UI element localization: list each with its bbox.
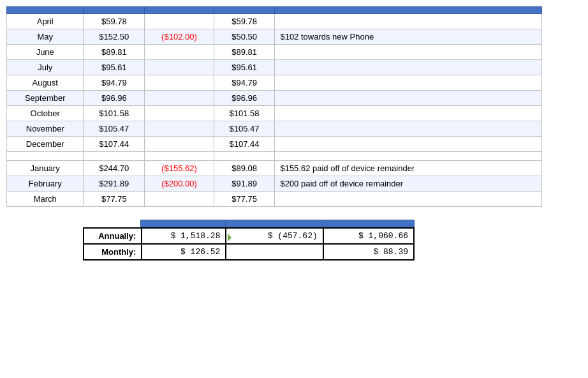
cell-adjustment xyxy=(145,192,214,207)
cell-cost: $89.81 xyxy=(214,45,275,60)
cell-cost: $77.75 xyxy=(214,192,275,207)
cell-month: July xyxy=(7,60,84,75)
cell-cost: $91.89 xyxy=(214,176,275,192)
cell-adjustment: ($102.00) xyxy=(145,29,214,45)
green-triangle-icon xyxy=(228,234,232,241)
table-row: March$77.75$77.75 xyxy=(7,192,542,207)
table-row: February$291.89($200.00)$91.89$200 paid … xyxy=(7,176,542,192)
cell-month: June xyxy=(7,45,84,60)
cell-month: January xyxy=(7,161,84,176)
cell-bill: $244.70 xyxy=(84,161,145,176)
cell-notes xyxy=(275,60,542,75)
table-row: July$95.61$95.61 xyxy=(7,60,542,75)
cell-bill: $89.81 xyxy=(84,45,145,60)
cell-notes: $200 paid off of device remainder xyxy=(275,176,542,192)
table-row: June$89.81$89.81 xyxy=(7,45,542,60)
cell-month: August xyxy=(7,75,84,91)
cell-cost: $94.79 xyxy=(214,75,275,91)
cell-month: April xyxy=(7,14,84,29)
summary-bill: $ 126.52 xyxy=(142,244,226,260)
cell-bill: $291.89 xyxy=(84,176,145,192)
table-row: November$105.47$105.47 xyxy=(7,121,542,137)
cell-notes xyxy=(275,14,542,29)
table-row: January$244.70($155.62)$89.08$155.62 pai… xyxy=(7,161,542,176)
summary-col-cost xyxy=(323,220,414,227)
cell-month: October xyxy=(7,106,84,121)
cell-month: September xyxy=(7,91,84,106)
cell-notes xyxy=(275,121,542,137)
cell-cost: $59.78 xyxy=(214,14,275,29)
cell-bill: $77.75 xyxy=(84,192,145,207)
cell-bill: $96.96 xyxy=(84,91,145,106)
table-row: April$59.78$59.78 xyxy=(7,14,542,29)
cell-notes xyxy=(275,75,542,91)
cell-bill: $94.79 xyxy=(84,75,145,91)
cell-adjustment: ($155.62) xyxy=(145,161,214,176)
table-row: October$101.58$101.58 xyxy=(7,106,542,121)
col-header-month xyxy=(7,7,84,14)
cell-month: December xyxy=(7,137,84,152)
summary-adjustment xyxy=(226,244,323,260)
cell-notes: $102 towards new Phone xyxy=(275,29,542,45)
summary-cost: $ 1,060.66 xyxy=(323,228,414,244)
summary-header-table xyxy=(140,220,415,227)
main-table: April$59.78$59.78May$152.50($102.00)$50.… xyxy=(6,6,542,207)
cell-adjustment: ($200.00) xyxy=(145,176,214,192)
col-header-adjustment xyxy=(145,7,214,14)
table-row: December$107.44$107.44 xyxy=(7,137,542,152)
cell-notes xyxy=(275,45,542,60)
summary-row: Monthly:$ 126.52$ 88.39 xyxy=(84,244,414,260)
cell-month: February xyxy=(7,176,84,192)
cell-bill: $105.47 xyxy=(84,121,145,137)
cell-bill: $107.44 xyxy=(84,137,145,152)
cell-adjustment xyxy=(145,91,214,106)
summary-adjustment: $ (457.62) xyxy=(226,228,323,244)
table-row: August$94.79$94.79 xyxy=(7,75,542,91)
cell-month: May xyxy=(7,29,84,45)
cell-adjustment xyxy=(145,106,214,121)
cell-cost: $105.47 xyxy=(214,121,275,137)
cell-bill: $101.58 xyxy=(84,106,145,121)
cell-adjustment xyxy=(145,121,214,137)
cell-cost: $50.50 xyxy=(214,29,275,45)
summary-row: Annually:$ 1,518.28$ (457.62)$ 1,060.66 xyxy=(84,228,414,244)
cell-adjustment xyxy=(145,60,214,75)
cell-cost: $107.44 xyxy=(214,137,275,152)
cell-cost: $101.58 xyxy=(214,106,275,121)
summary-col-adjustment xyxy=(225,220,323,227)
cell-month: March xyxy=(7,192,84,207)
summary-label: Annually: xyxy=(84,228,142,244)
spacer-row xyxy=(7,152,542,161)
cell-bill: $59.78 xyxy=(84,14,145,29)
col-header-adjsuted-cost xyxy=(214,7,275,14)
cell-month: November xyxy=(7,121,84,137)
cell-notes xyxy=(275,91,542,106)
cell-cost: $95.61 xyxy=(214,60,275,75)
summary-cost: $ 88.39 xyxy=(323,244,414,260)
col-header-notes xyxy=(275,7,542,14)
summary-bill: $ 1,518.28 xyxy=(142,228,226,244)
cell-bill: $152.50 xyxy=(84,29,145,45)
cell-notes: $155.62 paid off of device remainder xyxy=(275,161,542,176)
summary-data-table: Annually:$ 1,518.28$ (457.62)$ 1,060.66M… xyxy=(83,227,415,261)
cell-notes xyxy=(275,192,542,207)
table-row: May$152.50($102.00)$50.50$102 towards ne… xyxy=(7,29,542,45)
summary-label: Monthly: xyxy=(84,244,142,260)
cell-adjustment xyxy=(145,75,214,91)
table-row: September$96.96$96.96 xyxy=(7,91,542,106)
cell-adjustment xyxy=(145,14,214,29)
summary-section: Annually:$ 1,518.28$ (457.62)$ 1,060.66M… xyxy=(83,220,415,261)
cell-notes xyxy=(275,137,542,152)
summary-col-bill xyxy=(141,220,226,227)
cell-cost: $96.96 xyxy=(214,91,275,106)
col-header-bill xyxy=(84,7,145,14)
cell-adjustment xyxy=(145,45,214,60)
cell-adjustment xyxy=(145,137,214,152)
cell-notes xyxy=(275,106,542,121)
cell-cost: $89.08 xyxy=(214,161,275,176)
cell-bill: $95.61 xyxy=(84,60,145,75)
